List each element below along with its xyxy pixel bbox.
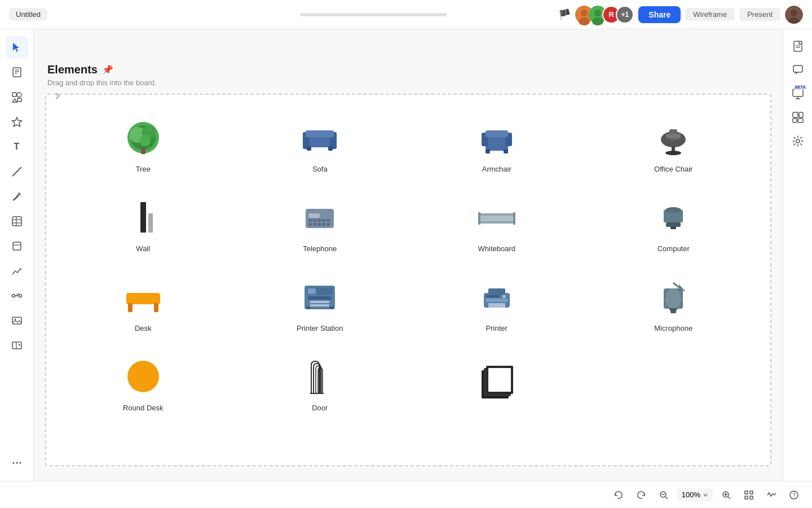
svg-rect-16	[17, 98, 21, 102]
svg-rect-81	[666, 222, 681, 227]
svg-rect-71	[317, 223, 321, 226]
element-office-chair[interactable]: Office Chair	[588, 106, 760, 180]
element-microphone[interactable]: Microphone	[588, 265, 760, 339]
svg-rect-90	[310, 301, 329, 303]
sidebar-item-line[interactable]	[6, 160, 28, 183]
share-button[interactable]: Share	[638, 6, 681, 23]
element-door[interactable]: Door	[235, 345, 406, 419]
sidebar-item-more[interactable]	[6, 452, 28, 474]
element-printer-station[interactable]: Printer Station	[235, 265, 406, 339]
sidebar-item-table[interactable]	[6, 210, 28, 233]
panel-title: Elements	[47, 63, 98, 76]
zoom-in-button[interactable]	[717, 486, 735, 504]
wall-icon	[121, 195, 166, 240]
panel-header: Elements 📌	[45, 63, 771, 76]
activity-button[interactable]	[762, 486, 780, 504]
svg-rect-97	[488, 303, 505, 305]
sidebar-item-select[interactable]	[6, 36, 28, 59]
svg-rect-49	[486, 135, 508, 151]
topbar-right: 🏴 R +1 Share Wireframe Present	[558, 6, 803, 24]
svg-rect-78	[513, 212, 515, 225]
sidebar-item-pen[interactable]	[6, 185, 28, 208]
zoom-level-label: 100%	[682, 491, 700, 499]
svg-rect-24	[13, 242, 21, 250]
svg-rect-13	[12, 93, 16, 97]
sidebar-item-note[interactable]	[6, 61, 28, 84]
svg-text:?: ?	[792, 492, 796, 498]
svg-line-129	[728, 497, 730, 499]
fit-button[interactable]	[740, 486, 758, 504]
sidebar-item-image[interactable]	[6, 309, 28, 332]
sofa-icon	[297, 115, 342, 160]
zoom-control[interactable]: 100%	[677, 488, 713, 501]
element-round-desk[interactable]: Round Desk	[58, 345, 229, 419]
undo-button[interactable]	[610, 486, 628, 504]
present-action[interactable]: Present	[739, 8, 780, 21]
svg-rect-69	[308, 223, 312, 226]
element-whiteboard[interactable]: Whiteboard	[411, 186, 582, 260]
svg-rect-89	[308, 296, 332, 300]
panel-settings-icon[interactable]	[788, 131, 808, 151]
panel-screen-icon[interactable]	[788, 107, 808, 128]
svg-rect-122	[793, 119, 797, 122]
panel-present-icon[interactable]: BETA	[788, 84, 808, 104]
svg-point-7	[791, 10, 797, 16]
zoom-out-button[interactable]	[655, 486, 673, 504]
svg-rect-83	[126, 293, 160, 304]
round-desk-label: Round Desk	[123, 404, 164, 412]
element-armchair[interactable]: Armchair	[411, 106, 582, 180]
tree-label: Tree	[136, 165, 151, 173]
svg-rect-76	[480, 221, 514, 224]
bottom-bar: 100% ?	[0, 481, 812, 508]
avatar-overflow[interactable]: +1	[616, 6, 634, 24]
element-printer[interactable]: Printer	[411, 265, 582, 339]
svg-rect-61	[148, 213, 153, 233]
wall-label: Wall	[136, 244, 150, 253]
flag-icon[interactable]: 🏴	[558, 8, 571, 21]
element-telephone[interactable]: Telephone	[235, 186, 406, 260]
sidebar-item-star[interactable]	[6, 111, 28, 133]
canvas-area[interactable]: Elements 📌 Drag and drop this into the b…	[34, 29, 783, 481]
svg-point-30	[14, 319, 16, 321]
element-stacked-papers[interactable]	[411, 345, 582, 419]
element-desk[interactable]: Desk	[58, 265, 229, 339]
redo-button[interactable]	[632, 486, 650, 504]
document-title[interactable]: Untitled	[9, 8, 47, 21]
svg-rect-100	[486, 295, 500, 297]
svg-rect-20	[12, 217, 21, 226]
telephone-label: Telephone	[303, 244, 337, 253]
user-avatar[interactable]	[785, 6, 803, 24]
element-wall[interactable]: Wall	[58, 186, 229, 260]
panel-comment-icon[interactable]	[788, 60, 808, 80]
svg-rect-67	[322, 219, 325, 222]
svg-rect-63	[308, 213, 320, 218]
element-computer[interactable]: Computer	[588, 186, 760, 260]
svg-rect-54	[504, 149, 508, 154]
svg-point-27	[19, 295, 21, 297]
element-sofa[interactable]: Sofa	[235, 106, 406, 180]
wireframe-action[interactable]: Wireframe	[685, 8, 735, 21]
svg-point-57	[665, 151, 681, 155]
panel-file-icon[interactable]	[788, 36, 808, 56]
help-button[interactable]: ?	[785, 486, 803, 504]
telephone-icon	[297, 195, 342, 240]
element-tree[interactable]: Tree	[58, 106, 229, 180]
sidebar-item-chart[interactable]	[6, 260, 28, 282]
svg-rect-117	[793, 89, 803, 97]
sidebar-item-shapes[interactable]	[6, 86, 28, 108]
sidebar-item-connector[interactable]	[6, 284, 28, 307]
svg-point-2	[579, 17, 590, 25]
svg-rect-98	[488, 305, 505, 308]
sidebar-item-text[interactable]: T	[6, 135, 28, 158]
sidebar-item-sticky[interactable]	[6, 235, 28, 257]
beta-badge-label: BETA	[794, 85, 807, 90]
svg-point-35	[16, 462, 17, 464]
svg-rect-46	[306, 130, 334, 137]
sidebar-item-embed[interactable]	[6, 334, 28, 357]
svg-rect-64	[308, 219, 312, 222]
svg-rect-52	[486, 130, 508, 137]
svg-rect-9	[13, 68, 21, 77]
svg-rect-88	[308, 288, 316, 294]
svg-rect-84	[128, 303, 133, 312]
sofa-label: Sofa	[312, 165, 328, 173]
